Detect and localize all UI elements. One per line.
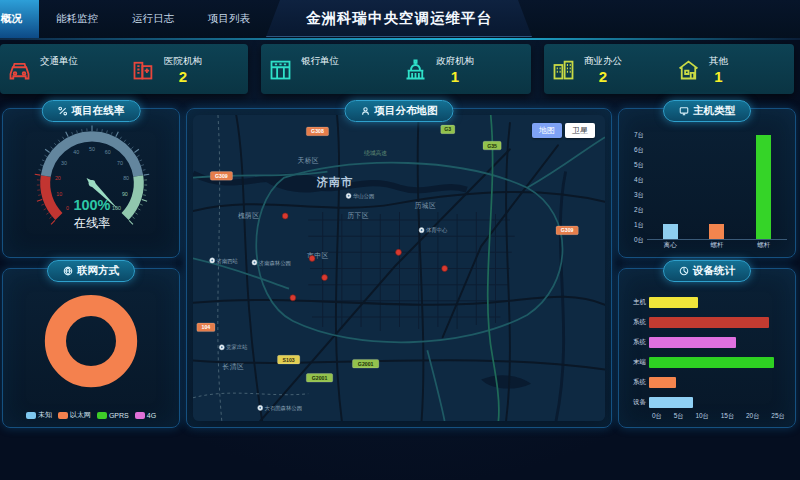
legend-label: 4G	[147, 412, 156, 419]
map-canvas[interactable]: G308G309G309104G3G35G2001G2001S103绕城高速天桥…	[193, 115, 605, 421]
device-bar	[649, 297, 698, 308]
device-stats-chart: 主机系统系统末端系统设备 0台5台10台15台20台25台	[623, 293, 785, 422]
district-label: 历城区	[415, 202, 437, 210]
road-badge: G309	[210, 172, 232, 181]
road-badge: G2001	[306, 374, 332, 383]
device-bar	[649, 337, 736, 348]
device-track	[649, 297, 785, 308]
stat-card-item: 医院机构2	[124, 44, 248, 94]
project-marker[interactable]	[282, 213, 288, 219]
network-donut-chart	[38, 293, 144, 393]
y-tick: 0台	[634, 236, 644, 245]
device-row: 系统	[623, 337, 785, 348]
road-badge: G3	[441, 125, 455, 134]
stat-card-value: 2	[599, 68, 607, 86]
x-tick: 20台	[746, 412, 760, 422]
road-badge: G309	[556, 226, 578, 235]
x-tick: 离心	[664, 241, 677, 250]
nav-tab[interactable]: 项目列表	[191, 0, 267, 38]
map-svg: G308G309G309104G3G35G2001G2001S103绕城高速天桥…	[193, 115, 605, 421]
svg-text:党家庄站: 党家庄站	[226, 344, 248, 351]
left-column: 项目在线率 0102030405060708090100 100% 在线率 联网…	[2, 108, 180, 428]
poi-marker: 济南森林公园	[252, 260, 291, 267]
stat-card: 银行单位政府机构1	[261, 44, 531, 94]
svg-text:G309: G309	[215, 173, 228, 179]
host-type-y-axis: 0台1台2台3台4台5台6台7台	[625, 135, 647, 240]
legend-swatch	[97, 412, 107, 419]
stat-card-text: 政府机构1	[436, 53, 474, 86]
device-label: 系统	[623, 378, 649, 387]
percent-icon	[58, 106, 68, 116]
stat-card-text: 银行单位	[301, 53, 339, 85]
device-stats-rows: 主机系统系统末端系统设备	[623, 293, 785, 412]
device-row: 末端	[623, 357, 785, 368]
x-tick: 5台	[674, 412, 684, 422]
x-tick: 螺杆	[710, 241, 723, 250]
road-badge: G2001	[352, 359, 378, 368]
device-bar	[649, 397, 693, 408]
project-marker[interactable]	[442, 265, 448, 271]
nav-tab[interactable]: 运行日志	[115, 0, 191, 38]
top-nav: 概况能耗监控运行日志项目列表视频监控 金洲科瑞中央空调运维平台	[0, 0, 800, 38]
y-tick: 1台	[634, 221, 644, 230]
x-tick: 25台	[771, 412, 785, 422]
panel-host-type-header: 主机类型	[663, 100, 751, 122]
district-label: 历下区	[347, 212, 369, 220]
x-tick: 10台	[695, 412, 709, 422]
project-marker[interactable]	[322, 275, 328, 281]
stat-card-item: 交通单位	[0, 44, 124, 94]
device-label: 末端	[623, 358, 649, 367]
panel-title: 项目在线率	[72, 104, 125, 118]
svg-text:G2001: G2001	[358, 361, 374, 367]
y-tick: 3台	[634, 191, 644, 200]
road-badge: G308	[306, 127, 328, 136]
map-layer-button-卫星[interactable]: 卫星	[565, 123, 595, 138]
panel-map: 项目分布地图	[186, 108, 612, 428]
district-label: 天桥区	[297, 157, 319, 164]
car-icon	[6, 56, 33, 83]
stat-card-label: 其他	[709, 55, 728, 68]
panel-map-header: 项目分布地图	[345, 100, 454, 122]
stat-card-item: 政府机构1	[396, 44, 531, 94]
svg-text:30: 30	[61, 160, 67, 166]
page-title: 金洲科瑞中央空调运维平台	[306, 9, 492, 28]
stat-card-item: 银行单位	[261, 44, 396, 94]
x-tick: 15台	[721, 412, 735, 422]
nav-tab[interactable]: 能耗监控	[39, 0, 115, 38]
center-column: 项目分布地图	[186, 108, 612, 428]
bar-螺杆	[756, 135, 771, 239]
svg-text:10: 10	[56, 191, 62, 197]
project-marker[interactable]	[290, 295, 296, 301]
stat-card-label: 政府机构	[436, 55, 474, 68]
svg-text:40: 40	[73, 149, 79, 155]
stat-card-text: 医院机构2	[164, 53, 202, 86]
svg-text:G3: G3	[444, 126, 451, 132]
district-label: 长清区	[223, 363, 245, 371]
legend-swatch	[135, 412, 145, 419]
stat-card-label: 商业办公	[584, 55, 622, 68]
gauge-value: 100%	[73, 197, 110, 213]
svg-text:0: 0	[66, 205, 69, 211]
network-legend: 未知以太网GPRS4G	[3, 410, 179, 420]
panel-host-type: 主机类型 0台1台2台3台4台5台6台7台 离心螺杆螺杆	[618, 108, 796, 258]
legend-item: 4G	[135, 410, 156, 420]
device-track	[649, 337, 785, 348]
device-label: 系统	[623, 318, 649, 327]
project-marker[interactable]	[309, 255, 315, 261]
panel-title: 主机类型	[693, 104, 735, 118]
poi-marker: 大石崮森林公园	[258, 405, 302, 412]
stat-card-label: 医院机构	[164, 55, 202, 68]
house-icon	[675, 56, 702, 83]
y-tick: 2台	[634, 206, 644, 215]
stat-cards-row: 交通单位医院机构2银行单位政府机构1商业办公2其他1	[0, 44, 794, 94]
device-bar	[649, 317, 769, 328]
bar-离心	[663, 224, 678, 239]
nav-tab[interactable]: 概况	[0, 0, 39, 38]
map-layer-button-地图[interactable]: 地图	[532, 123, 562, 138]
map-pin-icon	[361, 106, 371, 116]
legend-item: 未知	[26, 410, 52, 420]
project-marker[interactable]	[396, 249, 402, 255]
pie-chart-icon	[679, 266, 689, 276]
svg-text:华山公园: 华山公园	[353, 193, 374, 200]
bar-螺杆	[709, 224, 724, 239]
